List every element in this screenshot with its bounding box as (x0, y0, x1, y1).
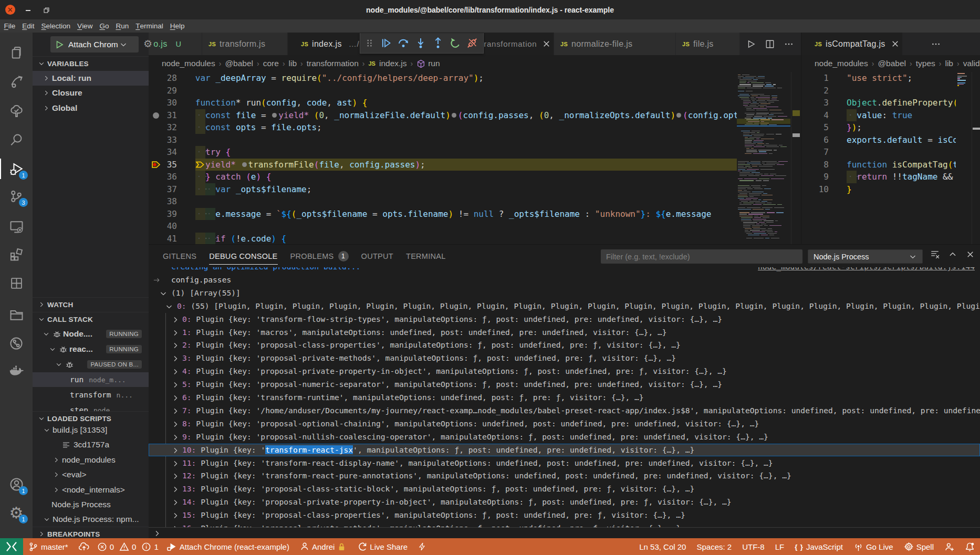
activity-item-extensions[interactable] (0, 240, 33, 269)
tab-transform.js[interactable]: JStransform.js (202, 33, 288, 55)
menu-go[interactable]: Go (96, 19, 112, 33)
overview-ruler[interactable] (791, 72, 801, 244)
code-editor[interactable]: 1"use strict";23Object.defineProperty(ex… (801, 72, 956, 244)
menu-view[interactable]: View (74, 19, 96, 33)
breadcrumb-item[interactable]: core (263, 59, 279, 68)
more-actions-button[interactable] (931, 39, 941, 49)
inline-breakpoint-candidate[interactable] (241, 159, 248, 171)
chevron-right-icon[interactable] (171, 459, 180, 468)
chevron-right-icon[interactable] (171, 511, 180, 520)
breadcrumb[interactable]: node_modules›@babel›types›lib›validators (801, 55, 980, 72)
activity-item-accounts[interactable]: 1 (0, 470, 33, 499)
callstack-session-0[interactable]: Node....RUNNING (33, 327, 149, 341)
step-out-icon[interactable] (432, 37, 444, 49)
status-git-branch[interactable]: master* (23, 538, 74, 555)
chevron-right-icon[interactable] (171, 498, 180, 507)
inline-breakpoint-candidate[interactable] (271, 109, 278, 122)
loaded-script-6[interactable]: Node.js Process: npm... (33, 512, 149, 527)
clear-console-button[interactable] (930, 249, 940, 259)
chevron-down-icon[interactable] (159, 289, 168, 298)
disconnect-icon[interactable] (466, 37, 478, 49)
close-icon[interactable] (542, 39, 551, 48)
chevron-right-icon[interactable] (171, 381, 180, 389)
tab-o.js[interactable]: ⚙o.jsU (149, 33, 202, 55)
chevron-right-icon[interactable] (171, 407, 180, 415)
activity-item-settings[interactable]: ⚙1 (0, 498, 33, 527)
chevron-right-icon[interactable] (171, 341, 180, 350)
chevron-right-icon[interactable] (171, 394, 180, 402)
chevron-right-icon[interactable] (171, 446, 180, 455)
status-encoding[interactable]: UTF-8 (737, 538, 770, 555)
breadcrumb-item[interactable]: node_modules (162, 59, 215, 68)
breadcrumb-item[interactable]: @babel (225, 59, 253, 68)
chevron-right-icon[interactable] (171, 354, 180, 363)
status-indentation[interactable]: Spaces: 2 (691, 538, 737, 555)
breadcrumb-item[interactable]: @babel (878, 59, 906, 68)
variables-scope-2[interactable]: Global (33, 101, 149, 116)
section-breakpoints[interactable]: BREAKPOINTS (33, 527, 149, 538)
minimap[interactable] (737, 72, 790, 244)
close-panel-button[interactable] (966, 250, 975, 259)
chevron-right-icon[interactable] (171, 368, 180, 376)
status-language-mode[interactable]: { }JavaScript (789, 538, 848, 555)
status-zap[interactable] (413, 538, 432, 555)
status-live-share-user[interactable]: Andrei (295, 538, 351, 555)
menu-help[interactable]: Help (166, 19, 188, 33)
chevron-right-icon[interactable] (171, 316, 180, 324)
breadcrumb-item[interactable]: transformation (307, 59, 359, 68)
activity-item-explorer[interactable] (0, 38, 33, 67)
console-input-row[interactable] (149, 527, 980, 539)
breadcrumb-item[interactable]: index.js (379, 59, 407, 68)
status-cursor-position[interactable]: Ln 53, Col 20 (634, 538, 691, 555)
chevron-right-icon[interactable] (171, 472, 180, 480)
section-variables[interactable]: VARIABLES (33, 56, 149, 70)
step-into-icon[interactable] (415, 37, 426, 49)
callstack-session-1[interactable]: reac...RUNNING (33, 342, 149, 357)
debug-console-output[interactable]: creating an optimized production build..… (149, 267, 980, 527)
status-debug-session[interactable]: Attach Chrome (react-example) (161, 538, 295, 555)
status-go-live[interactable]: Go Live (848, 538, 899, 555)
status-errors[interactable]: 0 (95, 538, 117, 555)
activity-item-search[interactable] (0, 125, 33, 154)
panel-tab-terminal[interactable]: TERMINAL (406, 245, 446, 267)
section-call-stack[interactable]: CALL STACK (33, 312, 149, 326)
loaded-script-4[interactable]: <node_internals> (33, 483, 149, 497)
tab-file.js[interactable]: JSfile.js (676, 33, 740, 55)
variables-scope-1[interactable]: Closure (33, 86, 149, 100)
loaded-script-2[interactable]: node_modules (33, 453, 149, 467)
inline-breakpoint-candidate[interactable] (451, 109, 458, 122)
menu-file[interactable]: File (1, 19, 19, 33)
console-source-link[interactable]: node_modules/react-scripts/scripts/build… (758, 267, 975, 274)
status-sync[interactable] (74, 538, 95, 555)
status-spell-checker[interactable]: Spell (899, 538, 939, 555)
breadcrumb-item[interactable]: lib (289, 59, 297, 68)
restart-icon[interactable] (450, 37, 461, 49)
loaded-script-1[interactable]: 3cd1757a (33, 437, 149, 452)
panel-tab-output[interactable]: OUTPUT (361, 245, 393, 267)
menu-edit[interactable]: Edit (19, 19, 38, 33)
callstack-session-2[interactable]: PAUSED ON B... (33, 357, 149, 372)
maximize-panel-button[interactable] (948, 249, 957, 259)
code-editor[interactable]: 28var _deepArray = require("../config/he… (149, 72, 737, 244)
menu-selection[interactable]: Selection (38, 19, 74, 33)
continue-icon[interactable] (380, 37, 392, 49)
debug-config-dropdown[interactable]: Attach Chrom (50, 36, 139, 53)
breadcrumb-item[interactable]: lib (945, 59, 953, 68)
activity-item-remote-explorer[interactable] (0, 212, 33, 241)
status-notifications[interactable] (960, 538, 980, 555)
overview-ruler[interactable] (972, 72, 980, 244)
menu-terminal[interactable]: Terminal (132, 19, 167, 33)
activity-item-docker[interactable] (0, 356, 33, 385)
chevron-right-icon[interactable] (171, 420, 180, 428)
run-file-button[interactable] (746, 39, 756, 49)
section-watch[interactable]: WATCH (33, 297, 149, 311)
status-live-share[interactable]: Live Share (351, 538, 413, 555)
chevron-right-icon[interactable] (171, 485, 180, 494)
breadcrumb-item[interactable]: node_modules (815, 59, 868, 68)
tab-normalizefile.js[interactable]: JSnormalize-file.js (554, 33, 676, 55)
section-loaded-scripts[interactable]: LOADED SCRIPTS (33, 411, 149, 425)
status-warnings[interactable]: 0 (117, 538, 139, 555)
stack-frame-0[interactable]: runnode_m... (33, 372, 149, 387)
more-actions-button[interactable] (784, 39, 794, 49)
chevron-right-icon[interactable] (171, 329, 180, 337)
